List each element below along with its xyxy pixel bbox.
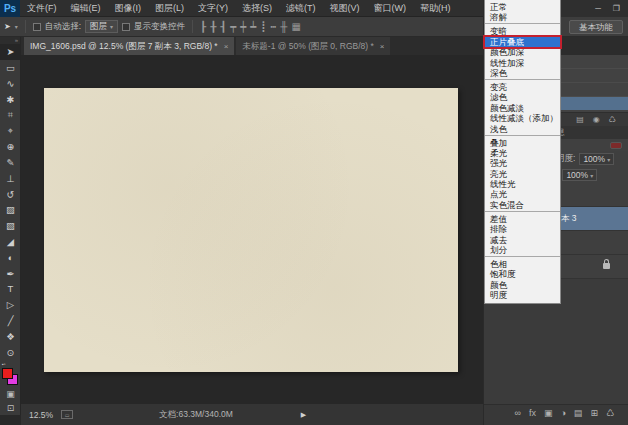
blend-mode-option[interactable]: 叠加 [485, 138, 560, 148]
align-vertical-centers-icon[interactable]: ┿ [240, 18, 246, 36]
new-layer-icon[interactable]: ⊞ [590, 408, 598, 418]
blend-mode-option[interactable]: 深色 [485, 68, 560, 80]
layers-panel-footer: ∞fx▣◑▤⊞♺ [484, 404, 628, 421]
menu-item[interactable]: 图像(I) [108, 0, 149, 17]
blend-mode-option[interactable]: 减去 [485, 235, 560, 245]
blend-mode-option[interactable]: 饱和度 [485, 269, 560, 279]
line-tool[interactable]: ╱ [0, 313, 21, 329]
blend-mode-option[interactable]: 强光 [485, 158, 560, 168]
distribute-centers-icon[interactable]: ╫ [280, 18, 287, 36]
blend-mode-option[interactable]: 差值 [485, 214, 560, 224]
menu-item[interactable]: 视图(V) [323, 0, 367, 17]
menu-item[interactable]: 图层(L) [148, 0, 191, 17]
zoom-level-field[interactable]: 12.5% [29, 410, 53, 420]
screen-mode-button[interactable]: ⊡ [0, 401, 21, 415]
tool-preset-caret-icon[interactable]: ▾ [15, 23, 18, 30]
align-horizontal-centers-icon[interactable]: ╂ [210, 18, 216, 36]
adjustment-layer-icon[interactable]: ◑ [560, 408, 565, 418]
layer-style-icon[interactable]: fx [529, 408, 536, 418]
new-snapshot-icon[interactable]: ◉ [593, 115, 600, 124]
auto-select-checkbox[interactable] [33, 23, 41, 31]
fill-value[interactable]: 100% ▾ [562, 169, 597, 181]
menu-item[interactable]: 滤镜(T) [279, 0, 323, 17]
blend-mode-option[interactable]: 线性减淡（添加） [485, 113, 560, 123]
blend-mode-option[interactable]: 点光 [485, 189, 560, 199]
align-top-edges-icon[interactable]: ┯ [230, 18, 236, 36]
document-tab[interactable]: IMG_1606.psd @ 12.5% (图层 7 副本 3, RGB/8) … [24, 37, 234, 55]
healing-brush-tool[interactable]: ⊕ [0, 139, 21, 155]
blend-mode-option[interactable]: 颜色加深 [485, 47, 560, 57]
blend-mode-option[interactable]: 划分 [485, 245, 560, 257]
opacity-value[interactable]: 100% ▾ [579, 153, 614, 165]
align-left-edges-icon[interactable]: ┠ [200, 18, 206, 36]
blend-mode-option[interactable]: 正常 [485, 2, 560, 12]
hand-tool[interactable]: ❖ [0, 328, 21, 344]
blend-mode-option[interactable]: 颜色 [485, 280, 560, 290]
close-icon[interactable]: × [380, 38, 385, 55]
marquee-tool[interactable]: ▭ [0, 60, 21, 76]
document-tab[interactable]: 未标题-1 @ 50% (图层 0, RGB/8) * × [236, 37, 390, 55]
restore-button[interactable]: ❐ [613, 4, 620, 13]
foreground-color-swatch[interactable] [2, 368, 13, 379]
canvas-image[interactable] [44, 88, 458, 372]
eraser-tool[interactable]: ▨ [0, 202, 21, 218]
menu-item[interactable]: 文字(Y) [191, 0, 235, 17]
blend-mode-option[interactable]: 实色混合 [485, 200, 560, 212]
blend-mode-option[interactable]: 浅色 [485, 124, 560, 136]
blend-mode-option[interactable]: 溶解 [485, 12, 560, 24]
blend-mode-option[interactable]: 线性加深 [485, 58, 560, 68]
menu-item[interactable]: 编辑(E) [64, 0, 108, 17]
close-icon[interactable]: × [224, 38, 229, 55]
delete-state-icon[interactable]: ♺ [609, 115, 616, 124]
distribute-horizontal-icon[interactable]: ┅ [270, 18, 276, 36]
crop-tool[interactable]: ⌗ [0, 107, 21, 123]
menu-item[interactable]: 窗口(W) [367, 0, 414, 17]
default-colors-icon[interactable]: ▪▫ [2, 361, 6, 367]
menu-item[interactable]: 选择(S) [235, 0, 279, 17]
type-tool[interactable]: T [0, 281, 21, 297]
blend-mode-option[interactable]: 变暗 [485, 26, 560, 36]
blend-mode-option[interactable]: 色相 [485, 259, 560, 269]
new-group-icon[interactable]: ▤ [574, 408, 583, 418]
blend-mode-option[interactable]: 明度 [485, 290, 560, 300]
clone-stamp-tool[interactable]: ⊥ [0, 170, 21, 186]
menu-item[interactable]: 文件(F) [20, 0, 64, 17]
menu-item[interactable]: 帮助(H) [413, 0, 458, 17]
blend-mode-option[interactable]: 亮光 [485, 169, 560, 179]
gradient-tool[interactable]: ▧ [0, 218, 21, 234]
blend-mode-option[interactable]: 柔光 [485, 148, 560, 158]
path-selection-tool[interactable]: ▷ [0, 297, 21, 313]
pen-tool[interactable]: ✒ [0, 265, 21, 281]
workspace-switcher-button[interactable]: 基本功能 [569, 20, 623, 34]
zoom-tool[interactable]: ⊙ [0, 344, 21, 360]
move-tool[interactable]: ➤ [0, 44, 21, 60]
brush-tool[interactable]: ✎ [0, 155, 21, 171]
status-options-arrow-icon[interactable]: ▶ [301, 411, 306, 419]
distribute-vertical-icon[interactable]: ┋ [260, 18, 266, 36]
quick-selection-tool[interactable]: ✱ [0, 91, 21, 107]
new-document-from-state-icon[interactable]: ▤ [576, 115, 584, 124]
eyedropper-tool[interactable]: ⌖ [0, 123, 21, 139]
add-mask-icon[interactable]: ▣ [544, 408, 553, 418]
auto-select-dropdown[interactable]: 图层 ▾ [85, 20, 118, 33]
align-right-edges-icon[interactable]: ┨ [220, 18, 226, 36]
blend-mode-option[interactable]: 线性光 [485, 179, 560, 189]
align-bottom-edges-icon[interactable]: ┷ [250, 18, 256, 36]
lasso-tool[interactable]: ∿ [0, 76, 21, 92]
history-brush-tool[interactable]: ↺ [0, 186, 21, 202]
dodge-tool[interactable]: ◐ [0, 249, 21, 265]
blend-mode-option[interactable]: 滤色 [485, 92, 560, 102]
blur-tool[interactable]: ◢ [0, 234, 21, 250]
show-transform-checkbox[interactable] [122, 23, 130, 31]
toolbar-collapse-icon[interactable]: » [0, 37, 20, 44]
minimize-button[interactable]: ─ [595, 4, 601, 13]
blend-mode-option[interactable]: 变亮 [485, 82, 560, 92]
delete-layer-icon[interactable]: ♺ [606, 408, 614, 418]
blend-mode-option[interactable]: 正片叠底 [485, 37, 560, 47]
threed-mode-icon[interactable]: ▦ [291, 18, 300, 36]
filter-toggle[interactable] [610, 142, 622, 149]
blend-mode-option[interactable]: 排除 [485, 224, 560, 234]
quick-mask-button[interactable]: ▣ [0, 387, 21, 401]
link-layers-icon[interactable]: ∞ [514, 408, 520, 418]
blend-mode-option[interactable]: 颜色减淡 [485, 103, 560, 113]
